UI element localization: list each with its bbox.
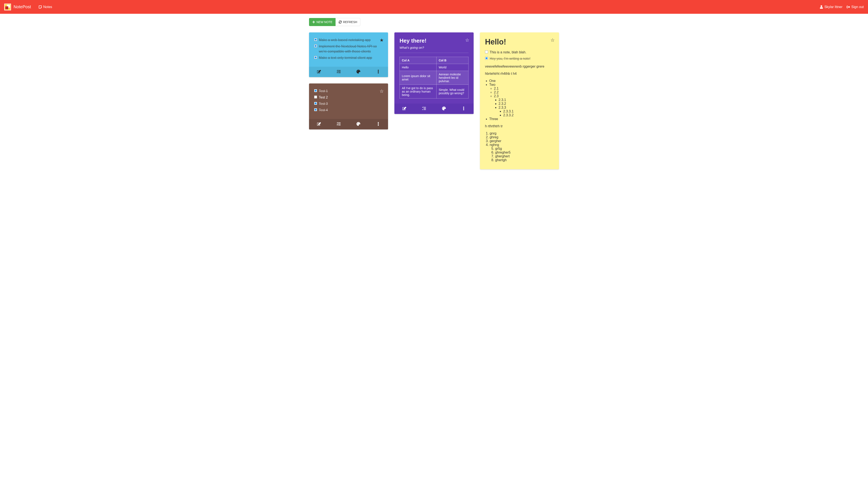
table-cell: Lorem ipsum dolor sit amet [400,71,437,85]
list-item: 2.3.3 2.3.3.1 2.3.3.2 [499,106,554,117]
more-icon[interactable] [462,106,466,111]
list-icon[interactable] [337,122,341,126]
column-1: ★ Make a web-based notetaking app Implem… [309,32,388,129]
checklist-text: Make a web-based notetaking app [319,37,371,42]
favorite-star-outline[interactable]: ☆ [551,37,555,43]
list-item: 2.2 [494,90,554,94]
checkbox[interactable] [314,38,317,41]
new-note-button[interactable]: NEW NOTE [309,18,336,26]
checkbox[interactable] [485,51,488,53]
note-subtitle: What's going on? [400,46,468,49]
column-3: ☆ Hello! This is a note, blah blah. Hey … [480,32,559,169]
note-body: Test 1 Test 2 Test 3 Test 4 [309,84,388,119]
list-item: ghertgh [495,158,554,162]
palette-icon[interactable] [356,122,360,126]
nav-notes-link[interactable]: Notes [38,5,52,9]
header-right: Skylar Ittner Sign out [820,5,864,9]
paragraph: hbrtehtrht rh4thb t h4 [485,72,554,75]
list-item: ghregher5 [495,151,554,154]
note-title: Hello! [485,37,554,47]
list-item: 2.3 2.3.1 2.3.2 2.3.3 2.3.3.1 2.3.3.2 [494,94,554,117]
list-item: gr5g [495,147,554,151]
main-container: NEW NOTE REFRESH ★ Make a web-based note… [307,14,561,178]
paragraph: h rthrthtrh tr [485,124,554,128]
refresh-button[interactable]: REFRESH [336,18,360,26]
checklist-text: This is a note, blah blah. [490,50,526,55]
list-item: gergher [490,139,554,143]
new-note-label: NEW NOTE [316,20,332,24]
checklist-item: Test 1 [314,89,383,94]
edit-icon[interactable] [317,70,321,74]
note-card-yellow[interactable]: ☆ Hello! This is a note, blah blah. Hey … [480,32,559,169]
list-item: gherghert [495,154,554,158]
checkbox[interactable] [314,108,317,111]
header-bar: NotePost Notes Skylar Ittner Sign out [0,0,868,14]
plus-icon [312,21,315,24]
list-item: 2.3.3.2 [503,113,554,117]
checklist-text: Test 3 [319,101,328,106]
checklist-text: Implement the Nextcloud Notes API so we'… [319,44,383,54]
table-row: Hello World [400,64,468,71]
checkbox[interactable] [314,56,317,59]
checklist-item: Implement the Nextcloud Notes API so we'… [314,44,383,54]
checklist-item: This is a note, blah blah. [485,50,554,55]
checkbox[interactable] [314,89,317,92]
refresh-icon [339,21,342,24]
sticky-note-icon [38,5,42,9]
bullet-list: One Two 2.1 2.2 2.3 2.3.1 2.3.2 2.3.3 [485,79,554,121]
list-item: ghreg [490,135,554,139]
notes-columns: ★ Make a web-based notetaking app Implem… [309,32,559,169]
more-icon[interactable] [376,122,380,126]
checklist-item: Test 4 [314,108,383,113]
checklist-text: Test 4 [319,108,328,113]
column-2: ☆ Hey there! What's going on? Col A Col … [394,32,473,114]
favorite-star-outline[interactable]: ☆ [379,89,384,94]
paragraph: vewvefefewfewvewvwvb rggerger grere [485,65,554,68]
note-card-purple[interactable]: ☆ Hey there! What's going on? Col A Col … [394,32,473,114]
palette-icon[interactable] [442,106,446,111]
favorite-star-outline[interactable]: ☆ [465,37,469,43]
favorite-star-filled[interactable]: ★ [379,37,384,43]
table-header: Col A [400,57,437,64]
checklist-item: Test 2 [314,95,383,100]
table-cell: All I've got to do is pass as an ordinar… [400,85,437,98]
checklist-text: Make a text-only terminal client app [319,55,372,60]
note-title: Hey there! [400,37,468,44]
divider [400,53,468,53]
edit-icon[interactable] [317,122,321,126]
list-icon[interactable] [337,70,341,74]
list-item: Two 2.1 2.2 2.3 2.3.1 2.3.2 2.3.3 [489,83,554,117]
checklist-text: Test 2 [319,95,328,100]
ordered-list: gnrg ghreg gergher nghng gr5g ghregher5 … [485,131,554,162]
note-body: Make a web-based notetaking app Implemen… [309,32,388,67]
table-cell: Aenean molestie hendrerit leo id pulvina… [437,71,468,85]
checklist-item: Make a text-only terminal client app [314,55,383,60]
note-card-brown[interactable]: ☆ Test 1 Test 2 Test 3 [309,84,388,129]
more-icon[interactable] [376,70,380,74]
palette-icon[interactable] [356,70,360,74]
user-link[interactable]: Skylar Ittner [820,5,842,9]
note-card-blue[interactable]: ★ Make a web-based notetaking app Implem… [309,32,388,77]
logo-icon [4,4,11,10]
note-body: Hey there! What's going on? Col A Col B … [394,32,473,103]
checkbox[interactable] [485,57,488,60]
list-item: 2.3.2 [499,102,554,106]
checklist-item: Make a web-based notetaking app [314,37,383,42]
checkbox[interactable] [314,95,317,98]
signout-label: Sign out [851,5,864,9]
brand-name: NotePost [13,4,31,9]
toolbar: NEW NOTE REFRESH [309,18,559,26]
table-cell: World [437,64,468,71]
list-icon[interactable] [422,106,426,111]
checklist-text: Hey you, I'm writing a note! [490,56,530,61]
signout-link[interactable]: Sign out [847,5,864,9]
list-item: nghng gr5g ghregher5 gherghert ghertgh [490,143,554,162]
checkbox[interactable] [314,44,317,48]
list-item: One [489,79,554,83]
nav-notes-label: Notes [43,5,52,9]
header-left: NotePost Notes [4,4,52,10]
checkbox[interactable] [314,102,317,105]
checklist-item: Test 3 [314,101,383,106]
user-icon [820,5,823,9]
edit-icon[interactable] [402,106,406,111]
